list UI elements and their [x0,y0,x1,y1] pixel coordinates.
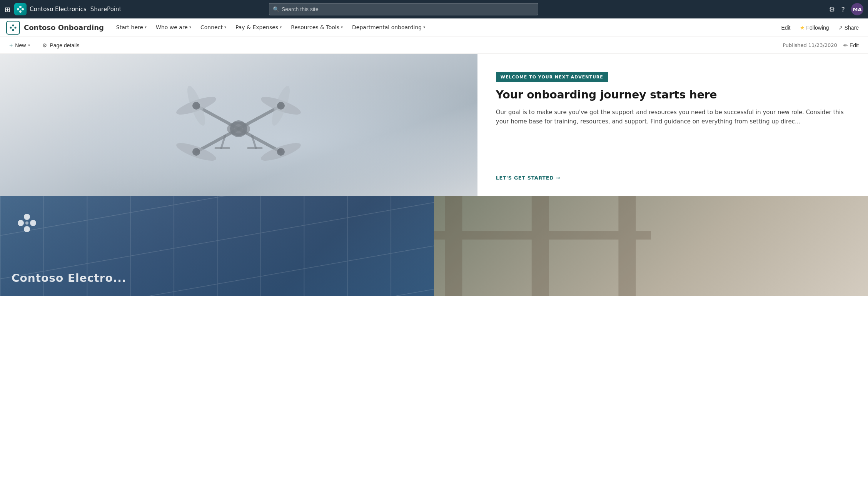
drone-illustration [0,54,477,196]
svg-point-1 [22,8,24,10]
site-logo-shape [6,21,20,35]
person-image [434,196,868,296]
toolbar-right: Published 11/23/2020 ✏ Edit [783,41,862,50]
nav-item-pay-expenses[interactable]: Pay & Expenses ▾ [231,18,286,37]
nav-items-container: Start here ▾ Who we are ▾ Connect ▾ Pay … [112,18,778,37]
new-button[interactable]: + New ▾ [6,40,33,50]
building-logo [15,211,38,236]
share-icon: ↗ [838,25,843,31]
chevron-down-icon: ▾ [28,43,30,47]
nav-label-connect: Connect [200,24,223,30]
svg-rect-40 [618,196,636,296]
hero-cta-link[interactable]: LET'S GET STARTED → [496,175,850,181]
svg-point-0 [19,6,22,8]
building-image: Contoso Electro... [0,196,434,296]
new-label: New [15,42,26,48]
top-bar-right: ⚙ ? MA [829,3,863,15]
company-logo[interactable]: Contoso Electronics [14,3,87,15]
svg-point-2 [19,10,22,13]
top-navigation-bar: ⊞ Contoso Electronics SharePoint 🔍 ⚙ ? M… [0,0,868,18]
building-company-name: Contoso Electro... [12,272,127,285]
edit-button[interactable]: Edit [778,23,793,32]
chevron-down-icon: ▾ [423,25,425,29]
svg-point-34 [25,221,28,225]
page-details-button[interactable]: ⚙ Page details [39,41,82,50]
edit-page-label: Edit [850,42,859,48]
bottom-images-section: Contoso Electro... [0,196,868,296]
hero-title: Your onboarding journey starts here [496,88,850,102]
following-button[interactable]: ★ Following [797,23,832,32]
following-label: Following [806,25,829,31]
star-icon: ★ [800,25,805,31]
nav-item-connect[interactable]: Connect ▾ [196,18,231,37]
page-toolbar: + New ▾ ⚙ Page details Published 11/23/2… [0,37,868,54]
nav-label-resources-tools: Resources & Tools [291,24,339,30]
svg-point-27 [192,148,200,156]
search-icon: 🔍 [273,6,279,12]
site-title: Contoso Onboarding [24,23,104,32]
nav-actions: Edit ★ Following ↗ Share [778,23,862,32]
chevron-down-icon: ▾ [189,25,191,29]
nav-label-pay-expenses: Pay & Expenses [235,24,278,30]
nav-item-start-here[interactable]: Start here ▾ [112,18,151,37]
waffle-menu-icon[interactable]: ⊞ [5,5,10,13]
svg-point-3 [17,8,19,10]
gear-icon: ⚙ [42,42,47,48]
chevron-down-icon: ▾ [224,25,226,29]
svg-rect-39 [532,196,549,296]
svg-point-6 [12,29,14,31]
toolbar-left: + New ▾ ⚙ Page details [6,40,82,50]
svg-point-25 [192,102,200,110]
svg-point-4 [12,24,14,26]
nav-item-resources-tools[interactable]: Resources & Tools ▾ [286,18,347,37]
company-name-label: Contoso Electronics [30,6,87,13]
site-navigation: Contoso Onboarding Start here ▾ Who we a… [0,18,868,37]
company-logo-shape [14,3,27,15]
share-button[interactable]: ↗ Share [835,23,862,32]
nav-label-who-we-are: Who we are [156,24,188,30]
help-icon[interactable]: ? [841,5,845,13]
svg-point-7 [10,27,12,28]
nav-item-who-we-are[interactable]: Who we are ▾ [151,18,196,37]
search-input[interactable] [269,3,538,15]
pencil-icon: ✏ [843,42,848,48]
svg-point-28 [277,148,285,156]
published-status: Published 11/23/2020 [783,42,837,48]
svg-point-5 [15,27,17,28]
hero-image [0,54,477,196]
svg-point-26 [277,102,285,110]
edit-page-button[interactable]: ✏ Edit [840,41,862,50]
svg-point-31 [30,220,36,226]
page-details-label: Page details [50,42,79,48]
app-name-label: SharePoint [90,6,122,13]
nav-item-departmental[interactable]: Departmental onboarding ▾ [347,18,430,37]
site-logo[interactable]: Contoso Onboarding [6,21,104,35]
svg-point-33 [18,220,24,226]
hero-section: WELCOME TO YOUR NEXT ADVENTURE Your onbo… [0,54,868,196]
svg-point-30 [24,214,30,220]
edit-label: Edit [781,25,790,31]
chevron-down-icon: ▾ [280,25,282,29]
chevron-down-icon: ▾ [145,25,147,29]
nav-label-departmental: Departmental onboarding [352,24,422,30]
welcome-badge: WELCOME TO YOUR NEXT ADVENTURE [496,72,608,82]
svg-point-32 [24,226,30,232]
avatar[interactable]: MA [851,3,863,15]
svg-rect-38 [445,196,462,296]
plus-icon: + [9,42,13,49]
nav-label-start-here: Start here [116,24,143,30]
settings-icon[interactable]: ⚙ [829,5,835,13]
top-bar-left: ⊞ Contoso Electronics SharePoint [5,3,121,15]
hero-description: Our goal is to make sure you've got the … [496,108,850,126]
search-bar-container: 🔍 [269,3,538,15]
share-label: Share [845,25,859,31]
chevron-down-icon: ▾ [341,25,343,29]
hero-text-panel: WELCOME TO YOUR NEXT ADVENTURE Your onbo… [477,54,868,196]
